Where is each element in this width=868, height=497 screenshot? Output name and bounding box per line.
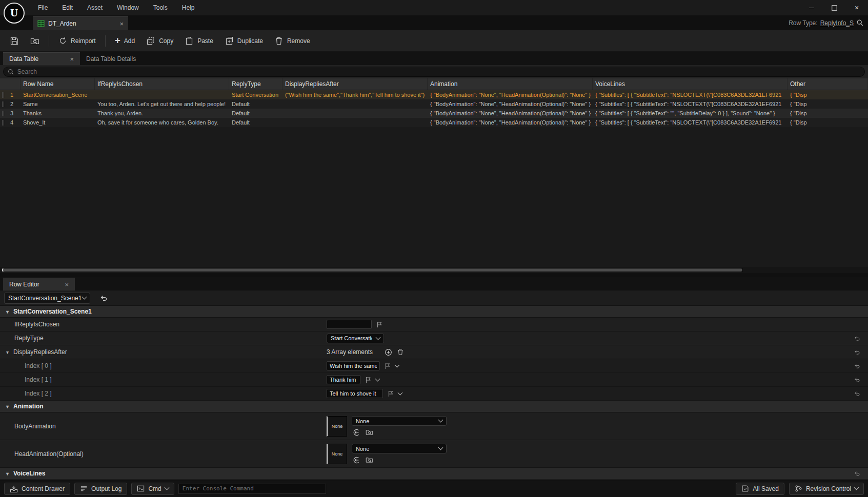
- column-header-replytype[interactable]: ReplyType: [229, 78, 282, 90]
- reset-to-default-icon[interactable]: [854, 349, 860, 356]
- browse-to-asset-icon[interactable]: [366, 428, 373, 436]
- reset-to-default-icon[interactable]: [854, 363, 860, 369]
- expander-icon[interactable]: ▾: [6, 471, 13, 477]
- headanimation-dropdown[interactable]: None: [352, 444, 447, 453]
- minimize-button[interactable]: [800, 0, 823, 15]
- maximize-button[interactable]: [823, 0, 845, 15]
- add-button[interactable]: + Add: [109, 32, 140, 50]
- reset-to-default-icon[interactable]: [854, 390, 860, 397]
- tab-data-table[interactable]: Data Table ×: [3, 52, 80, 65]
- content-drawer-button[interactable]: Content Drawer: [4, 483, 70, 495]
- remove-button[interactable]: Remove: [269, 32, 316, 50]
- property-label: Index [ 0 ]: [0, 362, 320, 369]
- menu-edit[interactable]: Edit: [55, 0, 80, 15]
- browse-to-asset-icon[interactable]: [366, 456, 373, 464]
- chevron-down-icon[interactable]: [398, 390, 403, 395]
- cell-animation: { "BodyAnimation": "None", "HeadAnimatio…: [428, 118, 593, 127]
- revision-control-button[interactable]: Revision Control: [789, 483, 864, 495]
- menu-help[interactable]: Help: [175, 0, 202, 15]
- flag-icon[interactable]: [388, 390, 394, 397]
- use-selected-asset-icon[interactable]: [353, 457, 360, 464]
- section-header-startconversation-scene1[interactable]: ▾ StartConversation_Scene1: [0, 306, 868, 318]
- row-grip-icon[interactable]: [2, 120, 4, 126]
- table-row-thanks[interactable]: 3 Thanks Thank you, Arden. Default { "Bo…: [0, 109, 868, 118]
- row-type-link[interactable]: ReplyInfo_S: [820, 19, 854, 27]
- save-button[interactable]: [4, 32, 25, 50]
- save-icon: [10, 36, 19, 46]
- chevron-down-icon[interactable]: [395, 362, 400, 367]
- expander-icon[interactable]: ▾: [6, 404, 13, 409]
- console-command-input[interactable]: [178, 484, 326, 494]
- reset-to-default-icon[interactable]: [854, 335, 860, 342]
- asset-tab-dt-arden[interactable]: DT_Arden ×: [33, 16, 128, 30]
- menu-tools[interactable]: Tools: [146, 0, 175, 15]
- window-controls: ×: [800, 0, 868, 15]
- section-header-animation[interactable]: ▾ Animation: [0, 401, 868, 412]
- column-header-animation[interactable]: Animation: [428, 78, 593, 90]
- duplicate-button[interactable]: Duplicate: [219, 32, 269, 50]
- row-grip-icon[interactable]: [2, 101, 4, 107]
- close-tab-icon[interactable]: ×: [65, 281, 69, 288]
- search-icon[interactable]: [856, 19, 864, 27]
- table-row-same[interactable]: 2 Same You too, Arden. Let's get out the…: [0, 99, 868, 109]
- find-in-content-browser-icon: [30, 36, 39, 46]
- row-grip-icon[interactable]: [2, 92, 4, 98]
- table-row-startconversation[interactable]: 1 StartConversation_Scene Start Conversa…: [0, 90, 868, 99]
- cmd-icon: [137, 485, 145, 492]
- all-saved-label: All Saved: [753, 485, 779, 492]
- scrollbar-thumb[interactable]: [2, 268, 743, 272]
- bodyanimation-dropdown[interactable]: None: [352, 416, 447, 426]
- property-row-headanimation: HeadAnimation(Optional) None None: [0, 440, 868, 468]
- output-log-button[interactable]: Output Log: [74, 483, 127, 495]
- column-header-other[interactable]: Other: [788, 78, 868, 90]
- row-selector-dropdown[interactable]: StartConversation_Scene1: [4, 293, 90, 304]
- replytype-dropdown[interactable]: Start Conversation: [327, 334, 384, 343]
- close-tab-icon[interactable]: ×: [119, 20, 124, 27]
- table-row-shove-it[interactable]: 4 Shove_It Oh, save it for someone who c…: [0, 118, 868, 127]
- undo-icon[interactable]: [99, 294, 108, 302]
- add-array-element-icon[interactable]: [385, 348, 392, 356]
- panel-splitter[interactable]: [0, 273, 868, 277]
- clear-array-icon[interactable]: [397, 348, 404, 356]
- cmd-button[interactable]: Cmd: [131, 483, 174, 495]
- reset-to-default-icon[interactable]: [854, 377, 860, 383]
- column-header-ifreplyischosen[interactable]: IfReplyIsChosen: [95, 78, 229, 90]
- tab-data-table-details[interactable]: Data Table Details: [80, 52, 142, 65]
- column-header-displayrepliesafter[interactable]: DisplayRepliesAfter: [282, 78, 428, 90]
- index-0-input[interactable]: [327, 361, 380, 370]
- tab-row-editor[interactable]: Row Editor ×: [3, 278, 75, 291]
- property-label: IfReplyIsChosen: [0, 321, 320, 328]
- chevron-down-icon[interactable]: [375, 376, 380, 381]
- row-grip-icon[interactable]: [2, 111, 4, 116]
- cell-animation: { "BodyAnimation": "None", "HeadAnimatio…: [428, 90, 593, 99]
- asset-thumbnail[interactable]: None: [327, 416, 347, 437]
- column-header-voicelines[interactable]: VoiceLines: [593, 78, 788, 90]
- flag-icon[interactable]: [365, 377, 371, 383]
- horizontal-scrollbar[interactable]: [0, 267, 868, 273]
- close-tab-icon[interactable]: ×: [70, 56, 74, 63]
- reset-to-default-icon[interactable]: [854, 470, 860, 477]
- expander-icon[interactable]: ▾: [6, 349, 13, 355]
- index-2-input[interactable]: [327, 389, 383, 398]
- search-field[interactable]: [3, 67, 865, 77]
- copy-button[interactable]: Copy: [140, 32, 179, 50]
- section-header-voicelines[interactable]: ▾ VoiceLines: [0, 468, 868, 480]
- index-1-input[interactable]: [327, 375, 360, 384]
- browse-to-asset-button[interactable]: [25, 32, 45, 50]
- flag-icon[interactable]: [385, 363, 391, 369]
- all-saved-button[interactable]: All Saved: [736, 483, 784, 495]
- menu-file[interactable]: File: [31, 0, 55, 15]
- flag-icon[interactable]: [376, 321, 382, 328]
- use-selected-asset-icon[interactable]: [353, 429, 360, 436]
- ifreplyischosen-input[interactable]: [327, 320, 372, 329]
- menu-window[interactable]: Window: [110, 0, 146, 15]
- search-input[interactable]: [17, 68, 860, 75]
- expander-icon[interactable]: ▾: [6, 309, 13, 315]
- reimport-button[interactable]: Reimport: [53, 32, 102, 50]
- paste-icon: [185, 36, 194, 46]
- column-header-row-name[interactable]: Row Name: [21, 78, 95, 90]
- menu-asset[interactable]: Asset: [80, 0, 110, 15]
- paste-button[interactable]: Paste: [179, 32, 219, 50]
- asset-thumbnail[interactable]: None: [327, 444, 347, 464]
- close-button[interactable]: ×: [845, 0, 868, 15]
